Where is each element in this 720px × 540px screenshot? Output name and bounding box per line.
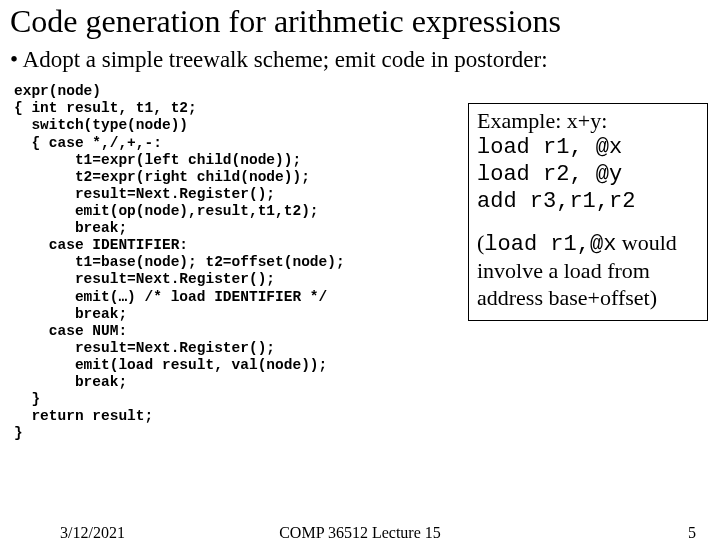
footer-center: COMP 36512 Lecture 15 <box>0 524 720 540</box>
example-line-3: add r3,r1,r2 <box>477 189 699 216</box>
bullet-text: Adopt a simple treewalk scheme; emit cod… <box>0 45 720 83</box>
example-heading: Example: x+y: <box>477 108 699 135</box>
slide-title: Code generation for arithmetic expressio… <box>0 0 720 45</box>
example-line-2: load r2, @y <box>477 162 699 189</box>
example-box: Example: x+y: load r1, @x load r2, @y ad… <box>468 103 708 321</box>
example-note: (load r1,@x would involve a load from ad… <box>477 230 699 312</box>
code-block: expr(node) { int result, t1, t2; switch(… <box>14 83 444 442</box>
example-note-code: load r1,@x <box>484 232 616 257</box>
content-area: expr(node) { int result, t1, t2; switch(… <box>0 83 720 442</box>
footer-page: 5 <box>688 524 696 540</box>
example-line-1: load r1, @x <box>477 135 699 162</box>
